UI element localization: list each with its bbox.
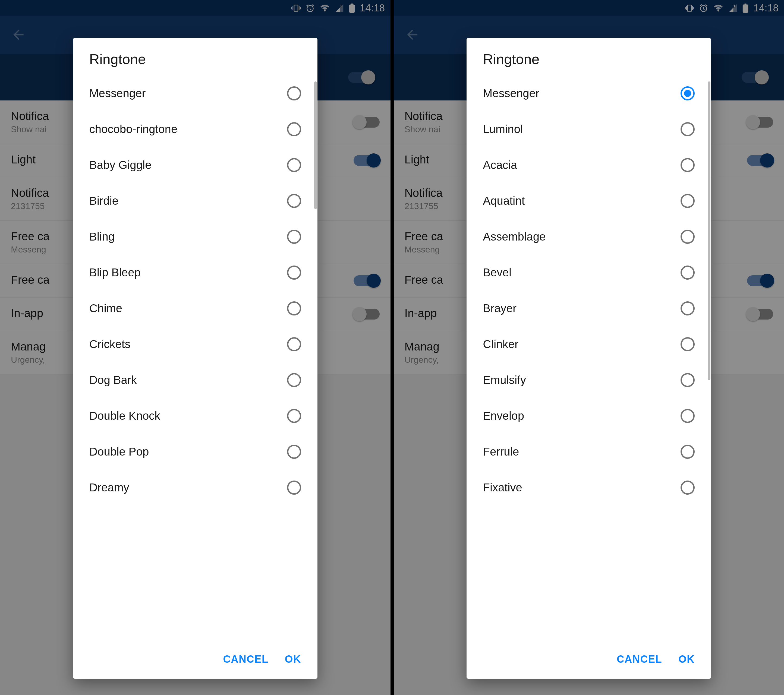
ringtone-option-label: Emulsify [483,374,526,387]
radio-icon[interactable] [287,481,301,495]
dialog-actions: CANCEL OK [73,645,318,679]
ok-button[interactable]: OK [679,654,695,665]
ringtone-option-list[interactable]: MessengerLuminolAcaciaAquatintAssemblage… [466,76,711,645]
ringtone-option-label: Messenger [483,87,539,100]
ringtone-option[interactable]: Baby Giggle [73,147,318,183]
ringtone-option[interactable]: Dreamy [73,470,318,506]
radio-icon[interactable] [287,301,301,315]
ringtone-option[interactable]: Assemblage [466,219,711,255]
ringtone-option[interactable]: chocobo-ringtone [73,111,318,147]
ringtone-option[interactable]: Luminol [466,111,711,147]
radio-icon[interactable] [287,230,301,244]
ringtone-option[interactable]: Messenger [466,76,711,111]
dialog-title: Ringtone [73,38,318,76]
radio-icon[interactable] [287,86,301,100]
radio-icon[interactable] [287,194,301,208]
ringtone-option-label: Double Pop [89,445,149,458]
radio-icon[interactable] [680,373,695,387]
ringtone-option-label: Dreamy [89,481,129,494]
ringtone-option-label: Chime [89,302,122,315]
ringtone-option[interactable]: Double Pop [73,434,318,470]
ringtone-option-label: chocobo-ringtone [89,123,178,136]
ringtone-option[interactable]: Fixative [466,470,711,506]
radio-icon[interactable] [680,86,695,100]
ringtone-option-label: Birdie [89,194,119,208]
ringtone-option-label: Bevel [483,266,511,279]
radio-icon[interactable] [287,158,301,172]
ringtone-option-label: Assemblage [483,230,545,243]
cancel-button[interactable]: CANCEL [223,654,268,665]
ringtone-option[interactable]: Brayer [466,290,711,326]
ringtone-option-label: Ferrule [483,445,519,458]
ringtone-option-label: Messenger [89,87,146,100]
radio-icon[interactable] [680,337,695,351]
scrollbar-thumb[interactable] [708,81,710,380]
ringtone-option[interactable]: Bevel [466,255,711,290]
ringtone-option[interactable]: Bling [73,219,318,255]
ringtone-option-label: Brayer [483,302,517,315]
radio-icon[interactable] [680,265,695,280]
ringtone-option[interactable]: Ferrule [466,434,711,470]
ringtone-option-label: Clinker [483,338,519,351]
ringtone-option-label: Blip Bleep [89,266,141,279]
radio-icon[interactable] [680,481,695,495]
radio-icon[interactable] [680,409,695,423]
radio-icon[interactable] [287,265,301,280]
radio-icon[interactable] [680,122,695,136]
ringtone-option[interactable]: Dog Bark [73,362,318,398]
ringtone-option[interactable]: Messenger [73,76,318,111]
radio-icon[interactable] [287,445,301,459]
ringtone-option[interactable]: Envelop [466,398,711,434]
radio-icon[interactable] [287,373,301,387]
ringtone-option[interactable]: Clinker [466,326,711,362]
radio-icon[interactable] [680,301,695,315]
ringtone-dialog: Ringtone MessengerLuminolAcaciaAquatintA… [466,38,711,679]
ringtone-option[interactable]: Blip Bleep [73,255,318,290]
ringtone-option-list[interactable]: Messengerchocobo-ringtoneBaby GiggleBird… [73,76,318,645]
phone-screen-right: 1 14:18 NotificaShow naiLightNotifica213… [392,0,784,695]
ringtone-option[interactable]: Acacia [466,147,711,183]
radio-icon[interactable] [680,158,695,172]
radio-icon[interactable] [287,122,301,136]
radio-icon[interactable] [680,445,695,459]
radio-icon[interactable] [680,230,695,244]
ringtone-option[interactable]: Double Knock [73,398,318,434]
ringtone-option[interactable]: Aquatint [466,183,711,219]
scrollbar-thumb[interactable] [314,81,317,209]
ringtone-option-label: Acacia [483,158,517,171]
ringtone-option-label: Fixative [483,481,522,494]
dialog-title: Ringtone [466,38,711,76]
ringtone-option-label: Aquatint [483,194,525,208]
ringtone-option-label: Luminol [483,123,523,136]
phone-screen-left: 1 14:18 NotificaShow naiLightNotifica213… [0,0,392,695]
radio-icon[interactable] [287,337,301,351]
ringtone-option-label: Crickets [89,338,131,351]
cancel-button[interactable]: CANCEL [617,654,662,665]
ringtone-option[interactable]: Birdie [73,183,318,219]
ringtone-option[interactable]: Crickets [73,326,318,362]
ringtone-option-label: Baby Giggle [89,158,152,171]
ringtone-option-label: Double Knock [89,409,160,422]
radio-icon[interactable] [287,409,301,423]
ringtone-option-label: Envelop [483,409,524,422]
ringtone-option[interactable]: Emulsify [466,362,711,398]
dialog-actions: CANCEL OK [466,645,711,679]
ringtone-option[interactable]: Chime [73,290,318,326]
radio-icon[interactable] [680,194,695,208]
ringtone-option-label: Dog Bark [89,374,137,387]
ringtone-option-label: Bling [89,230,115,243]
ringtone-dialog: Ringtone Messengerchocobo-ringtoneBaby G… [73,38,318,679]
ok-button[interactable]: OK [285,654,301,665]
